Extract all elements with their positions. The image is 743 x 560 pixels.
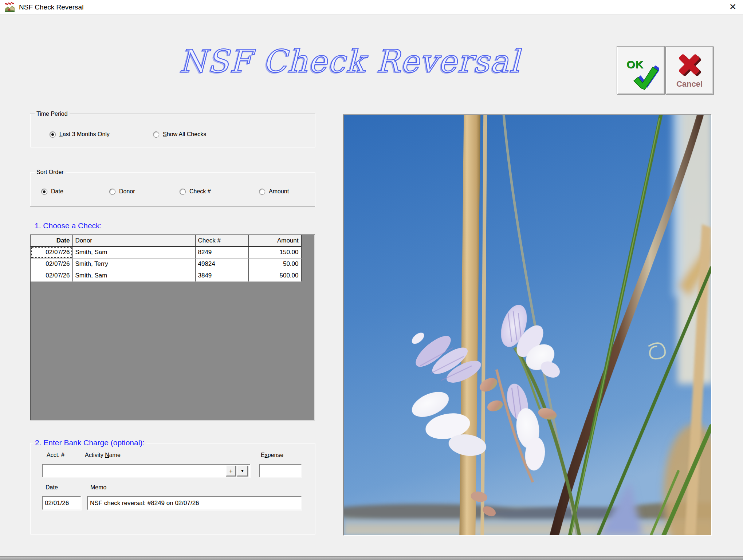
bank-charge-legend: 2. Enter Bank Charge (optional): bbox=[33, 438, 146, 447]
ok-button[interactable]: OK bbox=[617, 46, 665, 94]
taskbar-edge bbox=[0, 556, 743, 560]
radio-show-all-checks[interactable]: Show All Checks bbox=[153, 131, 206, 138]
app-icon bbox=[4, 2, 15, 13]
sort-order-legend: Sort Order bbox=[35, 169, 66, 176]
expense-input[interactable] bbox=[259, 464, 302, 478]
memo-input[interactable] bbox=[87, 496, 302, 510]
check-grid[interactable]: Date Donor Check # Amount 02/07/26 Smith… bbox=[30, 234, 315, 421]
radio-sort-donor[interactable]: Donor bbox=[109, 188, 135, 195]
close-button[interactable]: ✕ bbox=[725, 0, 741, 14]
radio-circle-icon bbox=[50, 131, 56, 138]
cell-amount: 500.00 bbox=[248, 270, 301, 281]
cell-date: 02/07/26 bbox=[31, 258, 72, 270]
title-bar: NSF Check Reversal ✕ bbox=[0, 0, 743, 15]
date-input[interactable] bbox=[42, 496, 81, 510]
radio-circle-icon bbox=[109, 189, 115, 195]
cancel-button-label: Cancel bbox=[666, 79, 713, 89]
cell-date: 02/07/26 bbox=[31, 270, 72, 281]
date-label: Date bbox=[46, 484, 58, 491]
col-header-check: Check # bbox=[195, 235, 248, 247]
cancel-button[interactable]: Cancel bbox=[665, 46, 713, 94]
sort-order-groupbox: Sort Order Date Donor Check # Amount bbox=[30, 172, 315, 207]
radio-last-3-months[interactable]: Last 3 Months Only bbox=[50, 131, 110, 138]
cell-amount: 150.00 bbox=[248, 247, 301, 258]
cancel-x-icon bbox=[676, 52, 703, 78]
col-header-date: Date bbox=[31, 235, 72, 247]
table-row[interactable]: 02/07/26 Smith, Sam 8249 150.00 bbox=[31, 247, 301, 258]
table-header-row: Date Donor Check # Amount bbox=[31, 235, 301, 247]
col-header-donor: Donor bbox=[72, 235, 195, 247]
table-row[interactable]: 02/07/26 Smith, Sam 3849 500.00 bbox=[31, 270, 301, 281]
acct-number-label: Acct. # bbox=[47, 452, 64, 458]
activity-name-input[interactable] bbox=[42, 464, 251, 478]
table-row[interactable]: 02/07/26 Smith, Terry 49824 50.00 bbox=[31, 258, 301, 270]
radio-sort-date[interactable]: Date bbox=[41, 188, 63, 195]
expense-label: Expense bbox=[261, 452, 283, 458]
cell-donor: Smith, Sam bbox=[72, 270, 195, 281]
check-table: Date Donor Check # Amount 02/07/26 Smith… bbox=[31, 235, 302, 282]
radio-circle-icon bbox=[41, 189, 47, 195]
close-icon: ✕ bbox=[729, 2, 736, 12]
add-activity-button[interactable]: + bbox=[226, 465, 236, 476]
cell-date[interactable]: 02/07/26 bbox=[31, 247, 72, 258]
cell-donor: Smith, Sam bbox=[72, 247, 195, 258]
memo-label: Memo bbox=[90, 484, 106, 491]
radio-sort-amount[interactable]: Amount bbox=[259, 188, 289, 195]
ok-check-icon bbox=[630, 66, 659, 90]
col-header-amount: Amount bbox=[248, 235, 301, 247]
choose-check-label: 1. Choose a Check: bbox=[35, 221, 102, 230]
cell-donor: Smith, Terry bbox=[72, 258, 195, 270]
window-title: NSF Check Reversal bbox=[19, 3, 83, 11]
chevron-down-icon: ▼ bbox=[240, 469, 245, 473]
activity-name-label: Activity Name bbox=[85, 452, 121, 458]
radio-circle-icon bbox=[259, 189, 265, 195]
flower-photo-image bbox=[344, 115, 711, 535]
plus-icon: + bbox=[229, 468, 233, 474]
radio-circle-icon bbox=[180, 189, 186, 195]
flower-photo bbox=[343, 115, 712, 536]
radio-circle-icon bbox=[153, 131, 159, 138]
time-period-groupbox: Time Period Last 3 Months Only Show All … bbox=[30, 114, 315, 147]
cell-check: 8249 bbox=[195, 247, 248, 258]
time-period-legend: Time Period bbox=[35, 110, 70, 118]
page-title: NSF Check Reversal bbox=[164, 43, 535, 98]
cell-amount: 50.00 bbox=[248, 258, 301, 270]
activity-dropdown-button[interactable]: ▼ bbox=[237, 465, 248, 476]
cell-check: 49824 bbox=[195, 258, 248, 270]
bank-charge-groupbox: 2. Enter Bank Charge (optional): Acct. #… bbox=[30, 443, 315, 534]
radio-sort-check-number[interactable]: Check # bbox=[180, 188, 211, 195]
cell-check: 3849 bbox=[195, 270, 248, 281]
